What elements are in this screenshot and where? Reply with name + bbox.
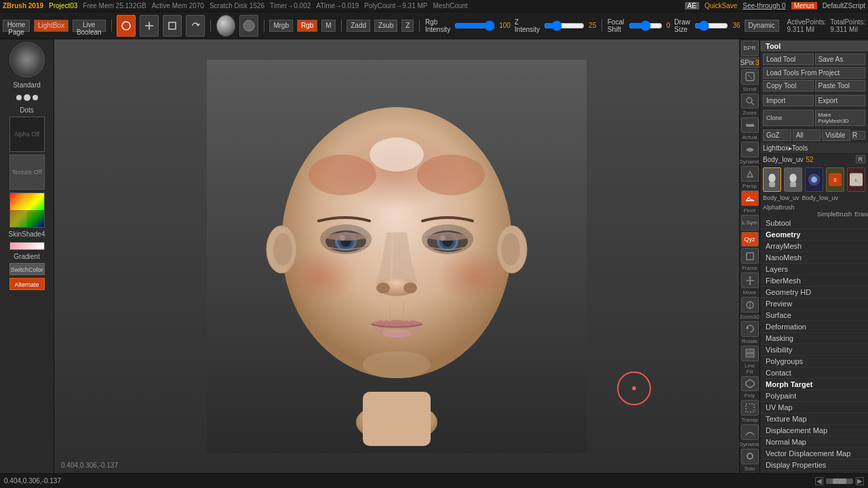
- load-tools-project-btn[interactable]: Load Tools From Project: [763, 67, 865, 79]
- nanomesh-item[interactable]: NanoMesh: [760, 252, 868, 264]
- z-intensity-slider[interactable]: [544, 22, 585, 30]
- display-properties-item[interactable]: Display Properties: [760, 460, 868, 471]
- alternate-btn[interactable]: Alternate: [9, 278, 45, 290]
- solo-icon[interactable]: [741, 449, 759, 464]
- geometry-item[interactable]: Geometry: [760, 229, 868, 241]
- defaultzscript-btn[interactable]: DefaultZScript: [823, 2, 865, 9]
- local-sym-icon[interactable]: L.Sym: [741, 215, 759, 230]
- move3d-icon[interactable]: [741, 272, 759, 288]
- nav-right-btn[interactable]: ▶: [856, 477, 864, 485]
- line-fill-icon[interactable]: [741, 346, 759, 361]
- qyz-icon[interactable]: Qyz: [741, 232, 759, 247]
- frame-icon[interactable]: [741, 248, 759, 264]
- material-icon[interactable]: [216, 15, 235, 37]
- clone-btn[interactable]: Clone: [763, 110, 814, 126]
- seethrough-btn[interactable]: See-through 0: [743, 2, 785, 9]
- fibermesh-item[interactable]: FiberMesh: [760, 275, 868, 287]
- tab-live-boolean[interactable]: Live Boolean: [73, 20, 106, 32]
- model-thumb-2[interactable]: [784, 167, 802, 192]
- actual-icon[interactable]: [741, 117, 759, 133]
- brush-dots[interactable]: [16, 92, 38, 104]
- draw-icon[interactable]: [117, 15, 136, 37]
- displacement-map-item[interactable]: Displacement Map: [760, 425, 868, 436]
- zadd-btn[interactable]: Zadd: [347, 20, 370, 32]
- model-thumb-eraser[interactable]: E: [847, 167, 865, 192]
- surface-item[interactable]: Surface: [760, 310, 868, 321]
- texture-preview[interactable]: Texture Off: [9, 155, 45, 190]
- texture-toggle[interactable]: [239, 15, 258, 37]
- rgb-intensity-slider[interactable]: [454, 22, 495, 30]
- zoom-icon[interactable]: [741, 94, 759, 109]
- dynamic-icon[interactable]: [741, 142, 759, 157]
- alpha-preview[interactable]: Alpha Off: [9, 117, 45, 152]
- dynamic-btn[interactable]: Dynamic: [745, 20, 779, 32]
- tool-actions: Load Tool Save As: [760, 52, 868, 67]
- zsub-btn[interactable]: Zsub: [374, 20, 397, 32]
- active-points: ActivePoints: 9.311 Mil: [787, 18, 827, 33]
- scroll-bar[interactable]: [826, 479, 853, 484]
- r-shortcut-btn[interactable]: R: [852, 131, 865, 140]
- poly-icon[interactable]: [741, 376, 759, 392]
- rotate3d-icon[interactable]: [741, 321, 759, 337]
- geometry-hd-item[interactable]: Geometry HD: [760, 287, 868, 298]
- m-btn[interactable]: M: [321, 20, 335, 32]
- polypaint-item[interactable]: Polypaint: [760, 390, 868, 402]
- model-thumb-simple[interactable]: S: [826, 167, 844, 192]
- move-icon[interactable]: [140, 15, 159, 37]
- zoom3d-icon[interactable]: [741, 297, 759, 312]
- goz-btn[interactable]: GoZ: [763, 129, 791, 141]
- menus-btn[interactable]: Menus: [791, 2, 817, 9]
- model-thumb-alpha[interactable]: [805, 167, 823, 192]
- canvas-area[interactable]: 0.404,0.306,-0.137: [54, 39, 739, 473]
- visible-btn[interactable]: Visible: [822, 129, 850, 141]
- paste-tool-btn[interactable]: Paste Tool: [815, 80, 866, 92]
- unified-skin-item[interactable]: Unified Skin: [760, 471, 868, 473]
- layers-item[interactable]: Layers: [760, 264, 868, 275]
- rgb-btn[interactable]: Rgb: [297, 20, 317, 32]
- all-btn[interactable]: All: [793, 129, 821, 141]
- scroll-icon[interactable]: [741, 69, 759, 85]
- polygroups-item[interactable]: Polygroups: [760, 356, 868, 367]
- save-as-btn[interactable]: Save As: [815, 54, 866, 65]
- morph-target-item[interactable]: Morph Target: [760, 379, 868, 390]
- thumb-label-1: Body_low_uv: [763, 195, 800, 201]
- r-indicator[interactable]: R: [856, 155, 866, 163]
- model-thumb-1[interactable]: [763, 167, 781, 192]
- subtool-item[interactable]: Subtool: [760, 218, 868, 229]
- z-intensity-val: 25: [589, 22, 596, 29]
- color-swatch[interactable]: [9, 192, 45, 228]
- scale-icon[interactable]: [163, 15, 182, 37]
- uv-map-item[interactable]: UV Map: [760, 402, 868, 413]
- masking-item[interactable]: Masking: [760, 333, 868, 344]
- focal-shift-slider[interactable]: [629, 22, 663, 30]
- bpr-icon[interactable]: BPR: [741, 41, 759, 56]
- dynamic2-icon[interactable]: [741, 424, 759, 440]
- floor-icon[interactable]: [741, 190, 759, 206]
- quicksave-btn[interactable]: QuickSave: [705, 2, 737, 9]
- persp-icon[interactable]: [741, 166, 759, 182]
- make-polymesh-btn[interactable]: Make PolyMesh3D: [815, 110, 866, 126]
- transp-icon[interactable]: [741, 400, 759, 415]
- export-btn[interactable]: Export: [815, 95, 866, 106]
- vector-displacement-item[interactable]: Vector Displacement Map: [760, 448, 868, 460]
- contact-item[interactable]: Contact: [760, 367, 868, 379]
- draw-size-slider[interactable]: [694, 22, 728, 30]
- visibility-item[interactable]: Visibility: [760, 344, 868, 356]
- arraymesh-item[interactable]: ArrayMesh: [760, 241, 868, 252]
- gradient-swatch[interactable]: [9, 242, 45, 250]
- tab-lightbox[interactable]: LightBox: [34, 20, 68, 32]
- switch-color-btn[interactable]: SwitchColor: [9, 263, 45, 275]
- import-btn[interactable]: Import: [763, 95, 814, 106]
- brush-preview[interactable]: [9, 42, 45, 77]
- load-tool-btn[interactable]: Load Tool: [763, 54, 814, 65]
- tab-homepage[interactable]: Home Page: [3, 20, 30, 32]
- texture-map-item[interactable]: Texture Map: [760, 413, 868, 425]
- copy-tool-btn[interactable]: Copy Tool: [763, 80, 814, 92]
- preview-item[interactable]: Preview: [760, 298, 868, 310]
- deformation-item[interactable]: Deformation: [760, 321, 868, 333]
- nav-left-btn[interactable]: ◀: [815, 477, 823, 485]
- normal-map-item[interactable]: Normal Map: [760, 436, 868, 448]
- rotate-icon-tb[interactable]: [186, 15, 205, 37]
- mrgb-btn[interactable]: Mrgb: [269, 20, 293, 32]
- z-btn[interactable]: Z: [401, 20, 414, 32]
